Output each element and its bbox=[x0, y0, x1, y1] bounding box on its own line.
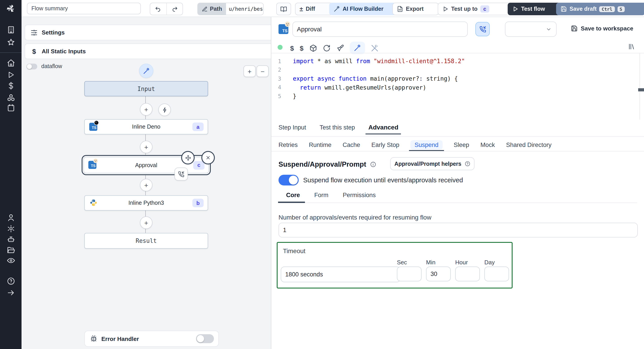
library-icon[interactable] bbox=[628, 43, 635, 50]
suspend-enable-toggle[interactable] bbox=[278, 175, 299, 185]
step-editor-panel: TS Save to workspace $ $ bbox=[271, 17, 644, 349]
users-icon[interactable] bbox=[6, 212, 16, 223]
suspend-tab-permissions[interactable]: Permissions bbox=[343, 192, 376, 198]
error-handler-row[interactable]: Error Handler bbox=[84, 331, 219, 347]
subtab-mock[interactable]: Mock bbox=[480, 141, 495, 148]
approval-phone-chip[interactable] bbox=[174, 168, 188, 181]
add-step-button-4[interactable]: + bbox=[140, 216, 152, 229]
suspend-phone-button[interactable] bbox=[476, 22, 490, 36]
all-static-inputs-row[interactable]: $ All Static Inputs bbox=[25, 43, 271, 59]
code-line-1[interactable]: 1import * as wmill from "windmill-client… bbox=[271, 57, 639, 66]
tab-test-this-step[interactable]: Test this step bbox=[320, 124, 355, 131]
step-name-input[interactable] bbox=[292, 21, 468, 37]
editor-scrollbar-stub[interactable] bbox=[638, 88, 644, 91]
timeout-min-input[interactable] bbox=[426, 267, 451, 281]
variables-dollar-icon[interactable] bbox=[6, 80, 16, 91]
move-node-button[interactable] bbox=[181, 151, 195, 164]
reload-icon[interactable] bbox=[323, 44, 330, 52]
ai-flow-builder-button[interactable]: AI Flow Builder bbox=[329, 3, 396, 15]
approvals-count-input[interactable] bbox=[278, 223, 638, 237]
subtab-suspend[interactable]: Suspend bbox=[410, 140, 443, 149]
code-line-3[interactable]: 3export async function main(approver?: s… bbox=[271, 74, 639, 83]
subtab-sleep[interactable]: Sleep bbox=[454, 141, 469, 148]
ai-step-wand-button[interactable] bbox=[139, 64, 154, 78]
expand-sidebar-arrow-icon[interactable] bbox=[6, 287, 16, 298]
suspend-tab-form[interactable]: Form bbox=[314, 192, 328, 198]
runs-play-icon[interactable] bbox=[6, 69, 16, 80]
bug-icon bbox=[90, 335, 97, 342]
code-line-4[interactable]: 4 return wmill.getResumeUrls(approver) bbox=[271, 83, 639, 92]
code-editor[interactable]: 1import * as wmill from "windmill-client… bbox=[271, 57, 639, 101]
code-text: return wmill.getResumeUrls(approver) bbox=[281, 84, 426, 91]
timeout-display-input[interactable] bbox=[281, 267, 400, 282]
workspace-icon[interactable] bbox=[6, 24, 16, 35]
dataflow-toggle[interactable] bbox=[26, 64, 37, 69]
flow-node-inline-deno[interactable]: TS Inline Deno a bbox=[84, 119, 208, 134]
redo-icon[interactable] bbox=[166, 3, 182, 15]
test-up-to-button[interactable]: Test up to c bbox=[438, 3, 512, 15]
subtab-retries[interactable]: Retries bbox=[278, 141, 298, 148]
flow-node-input[interactable]: Input bbox=[84, 81, 208, 96]
chevron-down-icon bbox=[546, 26, 552, 32]
tab-step-input[interactable]: Step Input bbox=[278, 124, 306, 131]
add-step-button-2[interactable]: + bbox=[140, 141, 152, 153]
undo-redo-group bbox=[150, 3, 183, 15]
favorites-star-icon[interactable] bbox=[6, 37, 16, 47]
package-icon[interactable] bbox=[309, 44, 317, 52]
workers-robot-icon[interactable] bbox=[6, 234, 16, 245]
delete-node-button[interactable] bbox=[201, 151, 215, 164]
code-line-2[interactable]: 2 bbox=[271, 66, 639, 74]
approval-prompt-helpers-button[interactable]: Approval/Prompt helpers bbox=[390, 157, 474, 170]
docs-book-button[interactable] bbox=[276, 3, 291, 15]
step-label: Inline Deno bbox=[132, 124, 160, 130]
script-version-select[interactable] bbox=[505, 21, 556, 37]
timeout-day-input[interactable] bbox=[484, 267, 509, 281]
error-handler-toggle[interactable] bbox=[196, 334, 214, 343]
folders-icon[interactable] bbox=[6, 245, 16, 255]
deploy-button-clipped[interactable] bbox=[639, 3, 644, 14]
zoom-out-button[interactable]: − bbox=[256, 65, 269, 77]
ai-disabled-wand-icon[interactable] bbox=[371, 44, 378, 52]
undo-icon[interactable] bbox=[150, 3, 166, 15]
path-button[interactable]: Path u/henri/bes bbox=[197, 3, 264, 15]
input-node-label: Input bbox=[138, 85, 155, 92]
code-line-5[interactable]: 5} bbox=[271, 92, 639, 101]
settings-gear-icon[interactable] bbox=[6, 223, 16, 234]
schedules-calendar-icon[interactable] bbox=[6, 102, 16, 113]
audit-eye-icon[interactable] bbox=[6, 255, 16, 266]
windmill-logo-icon[interactable] bbox=[6, 3, 16, 14]
export-button[interactable]: Export bbox=[392, 3, 438, 15]
trigger-bolt-button[interactable] bbox=[158, 103, 171, 116]
ai-assist-wand-button-active[interactable] bbox=[350, 42, 365, 54]
flow-node-result[interactable]: Result bbox=[84, 233, 208, 249]
subtab-runtime[interactable]: Runtime bbox=[309, 141, 332, 148]
zoom-in-button[interactable]: + bbox=[244, 65, 256, 77]
suspend-tab-core[interactable]: Core bbox=[286, 192, 300, 198]
save-draft-button[interactable]: Save draft Ctrl S bbox=[556, 3, 644, 15]
help-icon[interactable] bbox=[6, 276, 16, 286]
timeout-hour-input[interactable] bbox=[455, 267, 480, 281]
variable-picker-icon[interactable]: $ bbox=[290, 44, 294, 52]
add-step-button-1[interactable]: + bbox=[140, 103, 152, 116]
lightning-icon bbox=[162, 107, 168, 113]
resource-picker-icon[interactable]: $ bbox=[300, 44, 304, 52]
save-to-workspace-button[interactable]: Save to workspace bbox=[571, 25, 633, 32]
info-icon[interactable] bbox=[370, 161, 376, 168]
timeout-sec-input[interactable] bbox=[397, 267, 422, 281]
suspend-inner-tabs: CoreFormPermissions bbox=[286, 192, 376, 198]
add-step-button-3[interactable]: + bbox=[140, 179, 152, 191]
flow-node-inline-python3[interactable]: Inline Python3 b bbox=[84, 195, 208, 211]
diff-button[interactable]: ± Diff bbox=[295, 3, 333, 15]
home-icon[interactable] bbox=[6, 57, 16, 68]
timeout-label: Timeout bbox=[283, 247, 306, 255]
subtab-shared-directory[interactable]: Shared Directory bbox=[506, 141, 552, 148]
flow-summary-input[interactable] bbox=[27, 3, 141, 14]
subtab-cache[interactable]: Cache bbox=[343, 141, 360, 148]
format-brush-icon[interactable] bbox=[336, 44, 344, 52]
code-status-dot bbox=[278, 45, 282, 50]
tab-advanced[interactable]: Advanced bbox=[368, 124, 398, 131]
flow-settings-row[interactable]: Settings bbox=[25, 25, 271, 40]
resources-cubes-icon[interactable] bbox=[6, 92, 16, 103]
subtab-early-stop[interactable]: Early Stop bbox=[371, 141, 399, 148]
test-flow-button[interactable]: Test flow bbox=[508, 3, 561, 15]
